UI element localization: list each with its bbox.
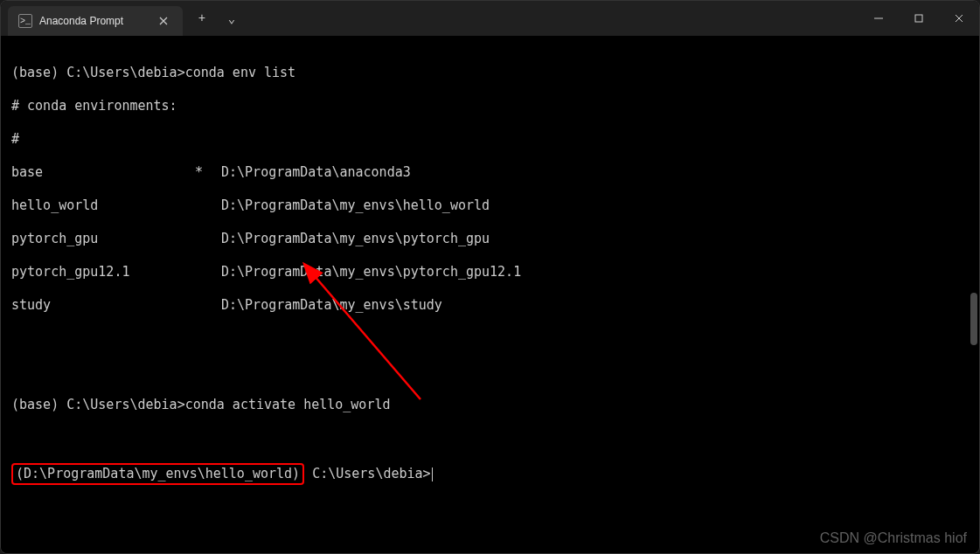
close-icon: [159, 17, 168, 25]
terminal-blank-line: [11, 430, 969, 447]
env-row: pytorch_gpu12.1D:\ProgramData\my_envs\py…: [11, 264, 969, 280]
terminal-blank-line: [11, 364, 969, 380]
env-row: studyD:\ProgramData\my_envs\study: [11, 297, 969, 314]
terminal-window: >_ Anaconda Prompt + ⌄ (ba: [0, 0, 980, 554]
terminal-body[interactable]: (base) C:\Users\debia>conda env list # c…: [1, 36, 979, 553]
minimize-icon: [874, 14, 883, 23]
terminal-line: #: [11, 131, 969, 148]
env-path: D:\ProgramData\my_envs\pytorch_gpu: [221, 231, 490, 247]
env-path: D:\ProgramData\anaconda3: [221, 164, 411, 181]
highlighted-env-prefix: (D:\ProgramData\my_envs\hello_world): [11, 463, 304, 485]
close-window-button[interactable]: [939, 1, 979, 36]
env-path: D:\ProgramData\my_envs\study: [221, 297, 442, 314]
titlebar: >_ Anaconda Prompt + ⌄: [1, 1, 979, 36]
env-name: base: [11, 164, 195, 181]
env-active-marker: [195, 297, 221, 314]
env-active-marker: [195, 264, 221, 280]
svg-rect-0: [915, 15, 922, 22]
new-tab-button[interactable]: +: [188, 4, 216, 32]
env-name: study: [11, 297, 195, 314]
terminal-line: (base) C:\Users\debia>conda activate hel…: [11, 397, 969, 413]
env-row: base*D:\ProgramData\anaconda3: [11, 164, 969, 181]
watermark: CSDN @Christmas hiof: [820, 530, 967, 546]
minimize-button[interactable]: [858, 1, 899, 36]
terminal-icon: >_: [18, 14, 32, 28]
env-row: pytorch_gpuD:\ProgramData\my_envs\pytorc…: [11, 231, 969, 247]
env-active-marker: [195, 197, 221, 214]
tab-anaconda-prompt[interactable]: >_ Anaconda Prompt: [8, 6, 183, 36]
prompt-prefix: (base) C:\Users\debia>: [11, 397, 185, 412]
env-name: pytorch_gpu: [11, 231, 195, 247]
command-text: conda env list: [185, 65, 295, 80]
prompt-prefix: (base) C:\Users\debia>: [11, 65, 185, 80]
terminal-line: (D:\ProgramData\my_envs\hello_world) C:\…: [11, 463, 969, 485]
window-controls: [858, 1, 979, 36]
plus-icon: +: [198, 11, 205, 25]
env-active-marker: [195, 231, 221, 247]
terminal-line: (base) C:\Users\debia>conda env list: [11, 65, 969, 81]
env-path: D:\ProgramData\my_envs\hello_world: [221, 197, 490, 214]
cursor: [432, 467, 433, 481]
tab-actions: + ⌄: [188, 1, 246, 36]
chevron-down-icon: ⌄: [228, 11, 235, 26]
env-name: hello_world: [11, 197, 195, 214]
terminal-blank-line: [11, 330, 969, 347]
env-active-marker: *: [195, 164, 221, 181]
maximize-button[interactable]: [899, 1, 939, 36]
env-name: pytorch_gpu12.1: [11, 264, 195, 280]
scrollbar-thumb[interactable]: [970, 293, 977, 345]
tab-title: Anaconda Prompt: [39, 15, 123, 27]
tab-dropdown-button[interactable]: ⌄: [218, 4, 246, 32]
env-row: hello_worldD:\ProgramData\my_envs\hello_…: [11, 197, 969, 214]
terminal-line: # conda environments:: [11, 98, 969, 114]
command-text: conda activate hello_world: [185, 397, 391, 412]
prompt-path: C:\Users\debia>: [304, 466, 431, 481]
scrollbar-track[interactable]: [969, 39, 977, 550]
close-icon: [955, 14, 963, 23]
maximize-icon: [914, 14, 923, 23]
close-tab-button[interactable]: [155, 12, 172, 30]
env-path: D:\ProgramData\my_envs\pytorch_gpu12.1: [221, 264, 521, 280]
